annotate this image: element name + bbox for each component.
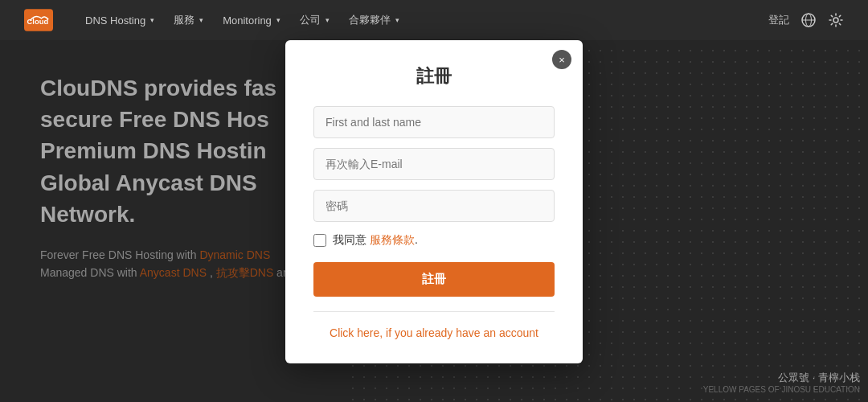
close-button[interactable]: × [552, 50, 571, 69]
terms-checkbox[interactable] [313, 234, 326, 247]
terms-link[interactable]: 服務條款 [370, 233, 415, 246]
already-account-link[interactable]: Click here, if you already have an accou… [313, 326, 555, 339]
email-field-group [313, 148, 555, 180]
password-input[interactable] [313, 190, 555, 222]
password-field-group [313, 190, 555, 222]
name-input[interactable] [313, 106, 555, 138]
modal-title: 註冊 [313, 64, 555, 88]
name-field-group [313, 106, 555, 138]
email-input[interactable] [313, 148, 555, 180]
terms-label: 我同意 服務條款. [333, 233, 418, 248]
modal-backdrop: × 註冊 我同意 服務條款. 註冊 Click here, if you alr… [0, 0, 868, 402]
divider [313, 311, 555, 312]
terms-checkbox-row: 我同意 服務條款. [313, 233, 555, 248]
registration-modal: × 註冊 我同意 服務條款. 註冊 Click here, if you alr… [285, 40, 583, 363]
register-button[interactable]: 註冊 [313, 262, 555, 297]
